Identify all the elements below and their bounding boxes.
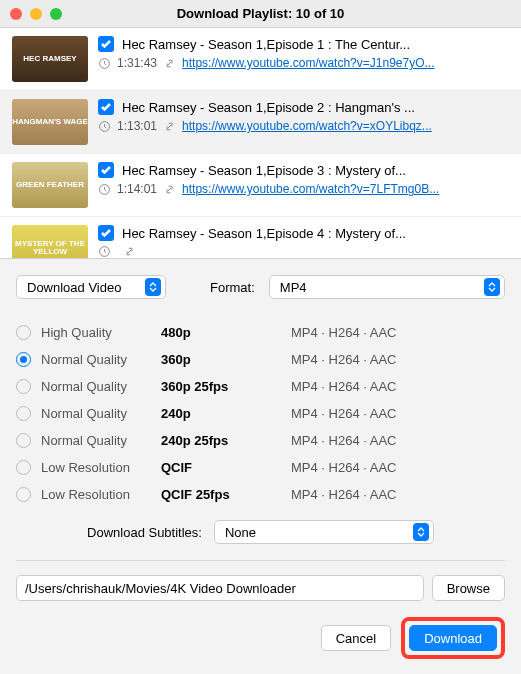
radio[interactable] [16, 406, 31, 421]
format-select[interactable]: MP4 [269, 275, 505, 299]
thumbnail: HANGMAN'S WAGE [12, 99, 88, 145]
link-icon [163, 183, 176, 196]
quality-row[interactable]: Low ResolutionQCIF 25fpsMP4 · H264 · AAC [16, 481, 505, 508]
path-input[interactable] [16, 575, 424, 601]
quality-label: Low Resolution [41, 460, 161, 475]
video-url[interactable]: https://www.youtube.com/watch?v=xOYLibqz… [182, 119, 432, 133]
quality-label: Normal Quality [41, 352, 161, 367]
format-label: Format: [210, 280, 255, 295]
subtitles-label: Download Subtitles: [87, 525, 202, 540]
radio[interactable] [16, 379, 31, 394]
quality-format: MP4 · H264 · AAC [291, 487, 397, 502]
quality-resolution: QCIF [161, 460, 291, 475]
item-info: Hec Ramsey - Season 1,Episode 3 : Myster… [98, 162, 509, 208]
quality-row[interactable]: Normal Quality240pMP4 · H264 · AAC [16, 400, 505, 427]
quality-label: Low Resolution [41, 487, 161, 502]
path-row: Browse [16, 575, 505, 601]
radio[interactable] [16, 352, 31, 367]
playlist-item[interactable]: HANGMAN'S WAGEHec Ramsey - Season 1,Epis… [0, 91, 521, 154]
playlist-item[interactable]: HEC RAMSEYHec Ramsey - Season 1,Episode … [0, 28, 521, 91]
close-icon[interactable] [10, 8, 22, 20]
quality-list: High Quality480pMP4 · H264 · AACNormal Q… [16, 319, 505, 508]
chevron-updown-icon [484, 278, 500, 296]
link-icon [163, 57, 176, 70]
thumbnail: GREEN FEATHER [12, 162, 88, 208]
quality-row[interactable]: Normal Quality360p 25fpsMP4 · H264 · AAC [16, 373, 505, 400]
divider [16, 560, 505, 561]
traffic-lights [0, 8, 62, 20]
link-icon [123, 245, 136, 258]
video-title: Hec Ramsey - Season 1,Episode 4 : Myster… [122, 226, 406, 241]
quality-format: MP4 · H264 · AAC [291, 460, 397, 475]
playlist[interactable]: HEC RAMSEYHec Ramsey - Season 1,Episode … [0, 28, 521, 258]
duration: 1:13:01 [117, 119, 157, 133]
radio[interactable] [16, 325, 31, 340]
quality-label: Normal Quality [41, 433, 161, 448]
quality-format: MP4 · H264 · AAC [291, 433, 397, 448]
link-icon [163, 120, 176, 133]
video-url[interactable]: https://www.youtube.com/watch?v=J1n9e7yO… [182, 56, 434, 70]
clock-icon [98, 120, 111, 133]
quality-resolution: 240p 25fps [161, 433, 291, 448]
quality-format: MP4 · H264 · AAC [291, 379, 397, 394]
item-info: Hec Ramsey - Season 1,Episode 4 : Myster… [98, 225, 509, 258]
duration: 1:14:01 [117, 182, 157, 196]
quality-resolution: 480p [161, 325, 291, 340]
highlight-annotation: Download [401, 617, 505, 659]
options-panel: Download Video Format: MP4 High Quality4… [0, 258, 521, 674]
thumbnail: MYSTERY OF THE YELLOW [12, 225, 88, 258]
action-row: Cancel Download [16, 617, 505, 659]
quality-row[interactable]: High Quality480pMP4 · H264 · AAC [16, 319, 505, 346]
quality-resolution: 360p 25fps [161, 379, 291, 394]
radio[interactable] [16, 460, 31, 475]
video-title: Hec Ramsey - Season 1,Episode 3 : Myster… [122, 163, 406, 178]
quality-label: High Quality [41, 325, 161, 340]
window-title: Download Playlist: 10 of 10 [0, 6, 521, 21]
download-mode-select[interactable]: Download Video [16, 275, 166, 299]
quality-resolution: 240p [161, 406, 291, 421]
minimize-icon[interactable] [30, 8, 42, 20]
clock-icon [98, 183, 111, 196]
quality-label: Normal Quality [41, 406, 161, 421]
playlist-item[interactable]: MYSTERY OF THE YELLOWHec Ramsey - Season… [0, 217, 521, 258]
subtitles-row: Download Subtitles: None [16, 520, 505, 544]
subtitles-select[interactable]: None [214, 520, 434, 544]
video-title: Hec Ramsey - Season 1,Episode 2 : Hangma… [122, 100, 415, 115]
chevron-updown-icon [145, 278, 161, 296]
titlebar: Download Playlist: 10 of 10 [0, 0, 521, 28]
video-url[interactable]: https://www.youtube.com/watch?v=7LFTmg0B… [182, 182, 439, 196]
quality-format: MP4 · H264 · AAC [291, 325, 397, 340]
download-mode-value: Download Video [27, 280, 121, 295]
maximize-icon[interactable] [50, 8, 62, 20]
radio[interactable] [16, 433, 31, 448]
browse-button[interactable]: Browse [432, 575, 505, 601]
duration: 1:31:43 [117, 56, 157, 70]
clock-icon [98, 245, 111, 258]
item-info: Hec Ramsey - Season 1,Episode 2 : Hangma… [98, 99, 509, 145]
subtitles-value: None [225, 525, 256, 540]
checkbox[interactable] [98, 36, 114, 52]
download-button[interactable]: Download [409, 625, 497, 651]
checkbox[interactable] [98, 225, 114, 241]
format-value: MP4 [280, 280, 307, 295]
quality-label: Normal Quality [41, 379, 161, 394]
quality-row[interactable]: Normal Quality240p 25fpsMP4 · H264 · AAC [16, 427, 505, 454]
chevron-updown-icon [413, 523, 429, 541]
playlist-item[interactable]: GREEN FEATHERHec Ramsey - Season 1,Episo… [0, 154, 521, 217]
controls-row: Download Video Format: MP4 [16, 275, 505, 299]
checkbox[interactable] [98, 162, 114, 178]
quality-format: MP4 · H264 · AAC [291, 352, 397, 367]
cancel-button[interactable]: Cancel [321, 625, 391, 651]
checkbox[interactable] [98, 99, 114, 115]
quality-row[interactable]: Low ResolutionQCIFMP4 · H264 · AAC [16, 454, 505, 481]
quality-resolution: QCIF 25fps [161, 487, 291, 502]
thumbnail: HEC RAMSEY [12, 36, 88, 82]
quality-row[interactable]: Normal Quality360pMP4 · H264 · AAC [16, 346, 505, 373]
video-title: Hec Ramsey - Season 1,Episode 1 : The Ce… [122, 37, 410, 52]
radio[interactable] [16, 487, 31, 502]
quality-resolution: 360p [161, 352, 291, 367]
item-info: Hec Ramsey - Season 1,Episode 1 : The Ce… [98, 36, 509, 82]
clock-icon [98, 57, 111, 70]
quality-format: MP4 · H264 · AAC [291, 406, 397, 421]
